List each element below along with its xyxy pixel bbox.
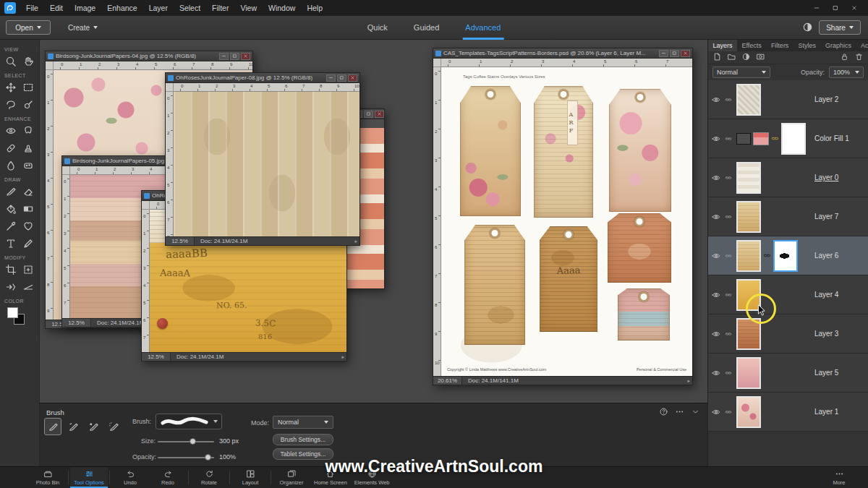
panel-tab-actions[interactable]: Actions (856, 40, 868, 51)
layer-row[interactable]: Layer 4 (708, 275, 868, 314)
brush-preset-dropdown[interactable] (156, 414, 222, 429)
mode-select[interactable]: Normal (273, 416, 333, 429)
taskbar-organizer[interactable]: Organizer (273, 467, 310, 488)
layer-row[interactable]: Layer 1 (708, 393, 868, 432)
panel-tab-layers[interactable]: Layers (708, 40, 737, 51)
zoom-level[interactable]: 12.5% (142, 353, 171, 361)
menu-view[interactable]: View (234, 4, 263, 12)
airbrush-tool-button[interactable] (105, 418, 122, 435)
visibility-eye-icon[interactable] (712, 95, 725, 104)
color-picker-tool[interactable] (2, 218, 20, 234)
taskbar-elements-web[interactable]: Elements Web (351, 467, 393, 488)
collapse-panel-icon[interactable] (691, 407, 700, 418)
document-canvas[interactable]: Tags Coffee Stains Overlays Various Size… (441, 67, 692, 376)
adjustment-layer-icon[interactable] (741, 51, 751, 64)
doc-close-button[interactable] (241, 53, 250, 60)
doc-maximize-button[interactable] (337, 74, 346, 82)
layer-thumbnail[interactable] (736, 279, 761, 311)
doc-maximize-button[interactable] (364, 111, 373, 118)
opacity-slider[interactable] (158, 457, 214, 458)
open-button[interactable]: Open (6, 20, 51, 35)
visibility-eye-icon[interactable] (712, 252, 725, 260)
layer-row[interactable]: Layer 2 (708, 80, 868, 119)
tab-quick[interactable]: Quick (367, 16, 388, 40)
minimize-button[interactable] (813, 4, 820, 12)
shape-tool[interactable] (20, 218, 37, 234)
menu-filter[interactable]: Filter (206, 4, 234, 12)
layer-thumbnail[interactable] (736, 357, 761, 389)
zoom-tool[interactable] (2, 53, 20, 69)
doc-minimize-button[interactable] (219, 53, 229, 60)
opacity-slider-knob[interactable] (205, 454, 211, 461)
share-button[interactable]: Share (819, 20, 861, 35)
document-titlebar[interactable]: OhRosesJunkJournalPaper-08.jpg @ 12.5% (… (166, 73, 359, 83)
contrast-icon[interactable] (802, 22, 813, 35)
brush-settings-button[interactable]: Brush Settings... (273, 434, 333, 445)
visibility-eye-icon[interactable] (712, 330, 725, 338)
taskbar-tool-options[interactable]: Tool Options (70, 467, 108, 488)
help-icon[interactable] (659, 407, 668, 418)
taskbar-layout[interactable]: Layout (231, 467, 269, 488)
layer-thumbnail[interactable] (736, 162, 761, 194)
layer-thumbnail[interactable] (736, 318, 761, 350)
content-aware-move-tool[interactable] (2, 279, 20, 294)
panel-tab-effects[interactable]: Effects (737, 40, 766, 51)
layer-name[interactable]: Layer 2 (814, 95, 838, 103)
close-button[interactable] (851, 4, 858, 12)
menu-edit[interactable]: Edit (44, 4, 69, 12)
impressionist-brush-tool-button[interactable] (64, 418, 82, 435)
doc-close-button[interactable] (375, 111, 384, 118)
blend-mode-select[interactable]: Normal (712, 67, 770, 78)
menu-enhance[interactable]: Enhance (101, 4, 142, 12)
visibility-eye-icon[interactable] (712, 174, 725, 182)
whiten-teeth-tool[interactable] (20, 123, 37, 138)
menu-file[interactable]: File (20, 4, 44, 12)
layer-row[interactable]: Layer 6 (708, 236, 868, 275)
brush-tool-button[interactable] (44, 418, 61, 435)
quick-selection-tool[interactable] (20, 97, 37, 112)
layer-row[interactable]: Layer 5 (708, 354, 868, 393)
layer-name[interactable]: Layer 4 (814, 291, 838, 299)
layer-thumbnail[interactable] (773, 240, 798, 272)
layer-thumbnail[interactable] (736, 240, 761, 272)
menu-window[interactable]: Window (263, 4, 301, 12)
maximize-button[interactable] (832, 4, 839, 12)
taskbar-more[interactable]: More (820, 467, 858, 488)
zoom-level[interactable]: 12.5% (166, 237, 195, 245)
tab-advanced[interactable]: Advanced (465, 16, 501, 40)
visibility-eye-icon[interactable] (712, 291, 725, 299)
move-tool[interactable] (2, 80, 20, 95)
doc-minimize-button[interactable] (659, 50, 668, 57)
doc-minimize-button[interactable] (326, 74, 336, 82)
layer-name[interactable]: Layer 0 (814, 174, 838, 181)
taskbar-rotate[interactable]: Rotate (190, 467, 228, 488)
brush-tool[interactable] (2, 184, 20, 199)
new-layer-icon[interactable] (712, 51, 722, 64)
layer-thumbnail[interactable] (736, 84, 761, 116)
layer-name[interactable]: Layer 3 (814, 330, 838, 338)
panel-tab-graphics[interactable]: Graphics (820, 40, 856, 51)
layer-thumbnail[interactable] (736, 133, 751, 145)
create-button[interactable]: Create (64, 20, 102, 35)
layer-name[interactable]: Layer 1 (814, 408, 838, 416)
new-group-icon[interactable] (727, 51, 736, 64)
layer-name[interactable]: Layer 6 (814, 252, 838, 260)
layer-row[interactable]: Layer 7 (708, 197, 868, 236)
sponge-tool[interactable] (20, 158, 37, 173)
layer-thumbnail[interactable] (736, 396, 761, 428)
visibility-eye-icon[interactable] (712, 369, 725, 377)
taskbar-photo-bin[interactable]: Photo Bin (29, 467, 67, 488)
tablet-settings-button[interactable]: Tablet Settings... (273, 448, 333, 460)
visibility-eye-icon[interactable] (712, 213, 725, 221)
layer-name[interactable]: Layer 7 (814, 213, 838, 221)
color-replacement-tool-button[interactable] (85, 418, 102, 435)
taskbar-home-screen[interactable]: Home Screen (310, 467, 351, 488)
visibility-eye-icon[interactable] (712, 408, 725, 416)
panel-tab-filters[interactable]: Filters (766, 40, 793, 51)
spot-healing-tool[interactable] (2, 140, 20, 155)
lock-icon[interactable] (840, 51, 849, 64)
document-canvas[interactable] (174, 92, 359, 236)
straighten-tool[interactable] (20, 279, 37, 294)
document-titlebar[interactable]: CAS_Templates-TagsScriptPatterns-Borders… (433, 48, 692, 59)
paint-bucket-tool[interactable] (2, 201, 20, 216)
